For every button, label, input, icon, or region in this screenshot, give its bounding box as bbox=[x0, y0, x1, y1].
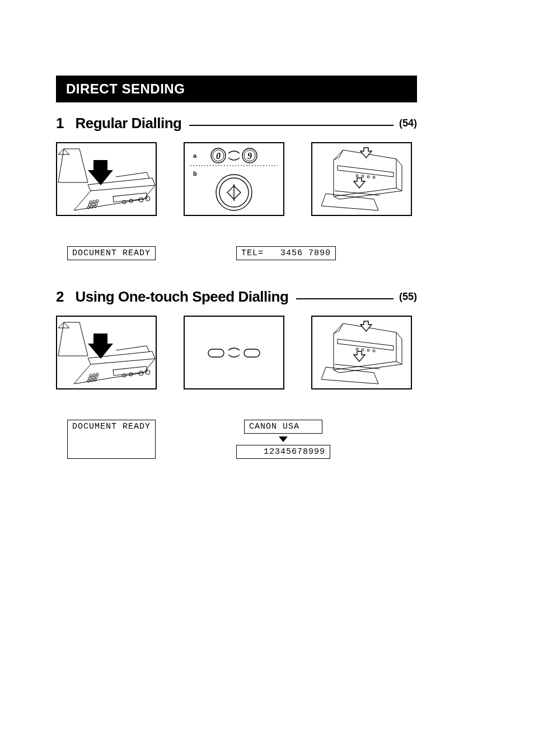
subsection-2-number: 2 bbox=[56, 288, 64, 306]
subsection-1-pageref: (54) bbox=[399, 118, 417, 129]
section-title-bar: DIRECT SENDING bbox=[56, 76, 417, 102]
svg-point-25 bbox=[373, 176, 375, 179]
svg-point-35 bbox=[92, 377, 94, 379]
subsection-1-illustrations: a 0 9 b bbox=[56, 142, 417, 216]
subsection-2-header: 2 Using One-touch Speed Dialling (55) bbox=[56, 288, 417, 306]
step-b-label: b bbox=[193, 170, 197, 177]
svg-point-42 bbox=[356, 348, 358, 350]
svg-point-34 bbox=[88, 377, 91, 379]
svg-point-5 bbox=[90, 201, 92, 203]
leader-line bbox=[296, 298, 394, 299]
illustration-fax-send bbox=[311, 142, 412, 216]
svg-point-43 bbox=[362, 349, 364, 351]
subsection-2-displays: DOCUMENT READY CANON USA 12345678999 bbox=[67, 420, 428, 459]
subsection-1-number: 1 bbox=[56, 115, 64, 132]
svg-point-37 bbox=[87, 380, 90, 382]
start-button-icon bbox=[216, 175, 252, 210]
svg-point-31 bbox=[90, 374, 92, 377]
section-title: DIRECT SENDING bbox=[66, 81, 185, 96]
subsection-2-title: Using One-touch Speed Dialling bbox=[75, 288, 288, 306]
onetouch-key-icon bbox=[244, 349, 260, 357]
illustration-load-document bbox=[56, 142, 157, 216]
svg-point-44 bbox=[367, 349, 369, 351]
subsection-1-displays: DOCUMENT READY TEL= 3456 7890 bbox=[67, 246, 428, 260]
onetouch-key-icon bbox=[208, 349, 224, 357]
subsection-1-title: Regular Dialling bbox=[75, 115, 181, 132]
leader-line bbox=[189, 125, 394, 126]
subsection-1-header: 1 Regular Dialling (54) bbox=[56, 115, 417, 132]
key-0-label: 0 bbox=[216, 151, 221, 161]
svg-point-38 bbox=[91, 379, 93, 382]
svg-rect-40 bbox=[208, 349, 224, 357]
svg-point-23 bbox=[362, 175, 364, 177]
svg-point-32 bbox=[93, 374, 95, 376]
svg-point-13 bbox=[94, 205, 96, 208]
step-a-label: a bbox=[193, 152, 197, 159]
svg-point-45 bbox=[373, 350, 375, 352]
svg-point-6 bbox=[93, 200, 95, 203]
illustration-fax-send-2 bbox=[311, 316, 412, 389]
subsection-2-illustrations bbox=[56, 316, 417, 389]
svg-point-33 bbox=[96, 373, 99, 375]
svg-rect-41 bbox=[244, 349, 260, 357]
lcd-display-stack: CANON USA 12345678999 bbox=[236, 420, 330, 459]
lcd-display-document-ready: DOCUMENT READY bbox=[67, 246, 156, 260]
svg-point-9 bbox=[92, 203, 94, 205]
lcd-display-document-ready-2: DOCUMENT READY bbox=[67, 420, 156, 459]
svg-point-24 bbox=[367, 176, 369, 178]
lcd-display-tel-number: TEL= 3456 7890 bbox=[236, 246, 336, 260]
svg-point-39 bbox=[94, 379, 96, 381]
illustration-dial-keys: a 0 9 b bbox=[184, 142, 284, 216]
lcd-display-dest-number: 12345678999 bbox=[236, 445, 330, 459]
svg-point-7 bbox=[96, 200, 99, 202]
illustration-onetouch-keys bbox=[184, 316, 284, 389]
svg-point-36 bbox=[95, 376, 97, 378]
svg-point-12 bbox=[91, 206, 93, 208]
svg-point-22 bbox=[356, 175, 358, 177]
arrow-down-icon bbox=[279, 436, 288, 442]
lcd-display-dest-name: CANON USA bbox=[244, 420, 322, 434]
subsection-2-pageref: (55) bbox=[399, 291, 417, 303]
svg-point-11 bbox=[87, 206, 90, 209]
key-9-label: 9 bbox=[247, 151, 252, 161]
svg-point-10 bbox=[95, 203, 97, 205]
svg-point-8 bbox=[88, 204, 91, 206]
illustration-load-document-2 bbox=[56, 316, 157, 389]
